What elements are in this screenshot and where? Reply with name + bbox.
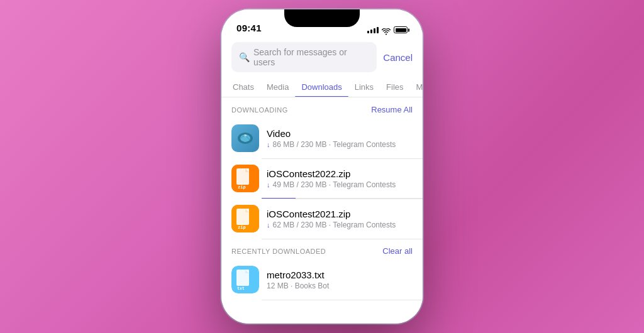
zip2021-item-details: ↓ 62 MB / 230 MB · Telegram Contests [267,221,413,229]
zip2022-icon: zip [231,165,259,192]
tab-links[interactable]: Links [348,77,380,97]
download-item-video[interactable]: Video ↓ 86 MB / 230 MB · Telegram Contes… [221,118,423,158]
clear-all-button[interactable]: Clear all [382,246,413,256]
status-time: 09:41 [236,23,262,33]
resume-all-button[interactable]: Resume All [371,105,413,114]
tab-files[interactable]: Files [380,77,409,97]
tab-bar: Chats Media Downloads Links Files Musi… [221,77,423,97]
search-input-container[interactable]: 🔍 Search for messages or users [231,42,377,72]
search-bar: 🔍 Search for messages or users Cancel [221,37,423,77]
zip2022-item-name: iOSContest2022.zip [267,168,413,179]
battery-icon [394,26,408,33]
downloading-title: DOWNLOADING [231,106,288,114]
svg-text:zip: zip [238,185,246,190]
download-item-txt[interactable]: txt metro2033.txt 12 MB · Books Bot [221,259,423,300]
video-size-info: 86 MB / 230 MB · Telegram Contests [273,140,396,149]
svg-rect-5 [245,168,249,172]
zip2022-item-details: ↓ 49 MB / 230 MB · Telegram Contests [267,180,413,189]
phone-frame: 09:41 🔍 [221,9,423,324]
cancel-button[interactable]: Cancel [383,52,413,63]
wifi-icon [382,26,391,33]
svg-text:zip: zip [238,225,246,230]
search-placeholder: Search for messages or users [253,47,369,67]
video-item-details: ↓ 86 MB / 230 MB · Telegram Contests [267,140,413,149]
svg-rect-13 [245,270,249,273]
video-thumbnail-icon [231,124,259,152]
download-item-zip2021[interactable]: zip iOSContest2021.zip ↓ 62 MB / 230 MB … [221,199,423,239]
recently-downloaded-title: RECENTLY DOWNLOADED [231,248,326,255]
download-item-zip2022[interactable]: zip iOSContest2022.zip ↓ 49 MB / 230 MB … [221,158,423,199]
recently-downloaded-header: RECENTLY DOWNLOADED Clear all [221,239,423,259]
search-icon: 🔍 [239,52,250,62]
txt-item-name: metro2033.txt [267,270,413,280]
zip2022-size-info: 49 MB / 230 MB · Telegram Contests [273,180,396,189]
zip2021-item-name: iOSContest2021.zip [267,209,413,219]
svg-text:txt: txt [237,286,245,291]
download-arrow-icon-2: ↓ [267,181,270,188]
video-item-name: Video [267,128,413,139]
txt-item-info: metro2033.txt 12 MB · Books Bot [267,270,413,290]
video-item-info: Video ↓ 86 MB / 230 MB · Telegram Contes… [267,128,413,149]
tab-media[interactable]: Media [260,77,295,97]
tab-chats[interactable]: Chats [226,77,260,97]
phone-notch [284,9,360,27]
svg-rect-9 [245,209,249,212]
zip2021-size-info: 62 MB / 230 MB · Telegram Contests [273,221,396,229]
tab-downloads[interactable]: Downloads [295,77,348,97]
content-area: 🔍 Search for messages or users Cancel Ch… [221,37,423,324]
txt-icon: txt [231,266,259,293]
txt-item-details: 12 MB · Books Bot [267,281,413,290]
zip2021-item-info: iOSContest2021.zip ↓ 62 MB / 230 MB · Te… [267,209,413,229]
tab-music[interactable]: Musi… [410,77,423,97]
status-icons [367,26,408,33]
download-arrow-icon: ↓ [267,141,270,148]
downloading-section-header: DOWNLOADING Resume All [221,97,423,118]
signal-icon [367,27,379,33]
txt-size-info: 12 MB · Books Bot [267,281,329,290]
zip2022-item-info: iOSContest2022.zip ↓ 49 MB / 230 MB · Te… [267,168,413,189]
zip2021-icon: zip [231,205,259,232]
download-arrow-icon-3: ↓ [267,221,270,229]
